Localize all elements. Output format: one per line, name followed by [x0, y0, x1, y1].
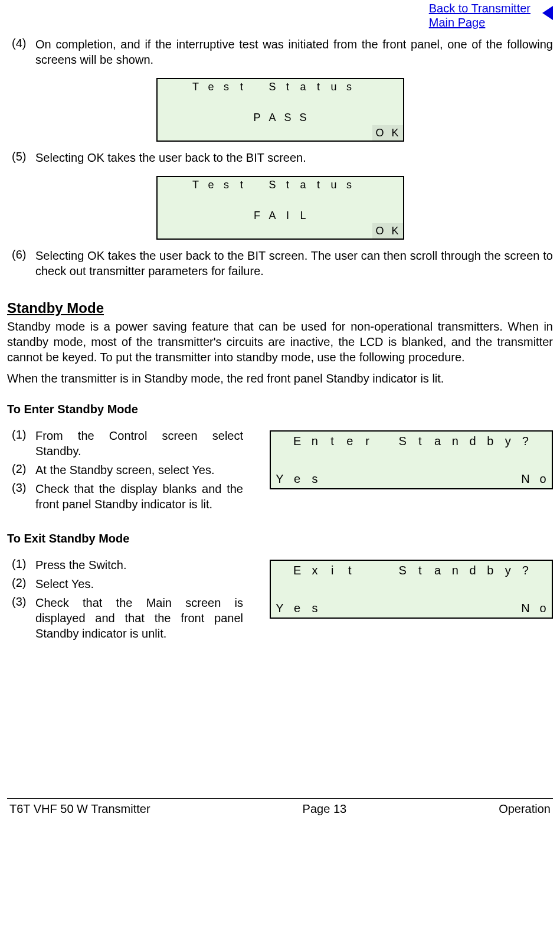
- standby-paragraph-1: Standby mode is a power saving feature t…: [7, 319, 553, 365]
- lcd-test-status-pass: TestStatusPASSOK: [156, 78, 404, 142]
- lcd-cell: [359, 450, 376, 469]
- lcd-cell: [158, 192, 173, 208]
- lcd-cell: [388, 94, 403, 110]
- lcd-cell: [173, 79, 188, 94]
- lcd-cell: [357, 223, 372, 238]
- lcd-cell: [359, 561, 376, 580]
- lcd-cell: [158, 125, 173, 141]
- lcd-cell: t: [323, 432, 341, 450]
- lcd-cell: [534, 432, 552, 450]
- lcd-cell: S: [265, 177, 280, 192]
- lcd-cell: [411, 580, 429, 599]
- lcd-cell: [219, 94, 234, 110]
- lcd-cell: [188, 110, 204, 125]
- lcd-cell: S: [265, 79, 280, 94]
- lcd-cell: x: [306, 561, 324, 580]
- lcd-cell: [376, 561, 394, 580]
- back-to-main-link[interactable]: Back to Transmitter Main Page: [429, 1, 530, 30]
- footer-right: Operation: [499, 802, 551, 816]
- enter-standby-heading: To Enter Standby Mode: [7, 403, 553, 416]
- lcd-cell: [359, 580, 376, 599]
- lcd-cell: [280, 94, 296, 110]
- lcd-cell: [464, 450, 482, 469]
- lcd-cell: [388, 208, 403, 223]
- lcd-cell: [464, 599, 482, 617]
- lcd-cell: [394, 580, 411, 599]
- lcd-cell: s: [306, 599, 324, 617]
- lcd-cell: O: [372, 223, 388, 238]
- lcd-cell: [357, 125, 372, 141]
- lcd-cell: [311, 110, 326, 125]
- lcd-row: [271, 580, 552, 599]
- lcd-cell: [357, 177, 372, 192]
- step-number: (6): [7, 248, 35, 279]
- lcd-cell: [158, 177, 173, 192]
- lcd-cell: [447, 450, 464, 469]
- lcd-cell: S: [280, 110, 296, 125]
- lcd-cell: [429, 599, 447, 617]
- lcd-cell: [357, 110, 372, 125]
- lcd-row: ExitStandby?: [271, 561, 552, 580]
- lcd-cell: ?: [517, 432, 535, 450]
- exit-standby-heading: To Exit Standby Mode: [7, 532, 553, 545]
- lcd-row: PASS: [158, 110, 403, 125]
- lcd-cell: [188, 208, 204, 223]
- lcd-cell: [265, 94, 280, 110]
- standby-mode-heading: Standby Mode: [7, 300, 553, 316]
- lcd-cell: [372, 94, 388, 110]
- lcd-cell: s: [219, 79, 234, 94]
- lcd-cell: [342, 208, 357, 223]
- lcd-cell: [447, 599, 464, 617]
- lcd-cell: [271, 580, 289, 599]
- lcd-cell: S: [296, 110, 311, 125]
- lcd-cell: [376, 469, 394, 488]
- lcd-row: FAIL: [158, 208, 403, 223]
- lcd-cell: [376, 580, 394, 599]
- lcd-cell: s: [342, 177, 357, 192]
- lcd-cell: [376, 599, 394, 617]
- lcd-cell: [341, 469, 359, 488]
- lcd-cell: [311, 192, 326, 208]
- lcd-cell: [464, 580, 482, 599]
- lcd-cell: y: [499, 432, 517, 450]
- lcd-cell: [219, 125, 234, 141]
- lcd-cell: [326, 110, 342, 125]
- step-text: At the Standby screen, select Yes.: [35, 462, 243, 478]
- lcd-cell: S: [394, 432, 411, 450]
- lcd-cell: [323, 469, 341, 488]
- lcd-cell: [429, 469, 447, 488]
- lcd-cell: K: [388, 223, 403, 238]
- standby-paragraph-2: When the transmitter is in Standby mode,…: [7, 371, 553, 386]
- lcd-cell: [499, 450, 517, 469]
- lcd-cell: [342, 94, 357, 110]
- lcd-cell: [429, 580, 447, 599]
- lcd-cell: [188, 94, 204, 110]
- lcd-cell: [219, 192, 234, 208]
- lcd-cell: [296, 94, 311, 110]
- lcd-cell: [271, 450, 289, 469]
- lcd-cell: d: [464, 561, 482, 580]
- lcd-cell: [204, 110, 219, 125]
- lcd-cell: [158, 79, 173, 94]
- step-number: (1): [7, 557, 35, 573]
- lcd-cell: i: [323, 561, 341, 580]
- back-link-line1: Back to Transmitter Main Page: [429, 2, 530, 29]
- lcd-cell: [250, 177, 265, 192]
- lcd-cell: [173, 110, 188, 125]
- lcd-cell: [517, 580, 535, 599]
- lcd-cell: [341, 580, 359, 599]
- lcd-cell: [306, 450, 324, 469]
- step-number: (4): [7, 37, 35, 67]
- lcd-cell: t: [411, 561, 429, 580]
- page-footer: T6T VHF 50 W Transmitter Page 13 Operati…: [7, 798, 553, 822]
- lcd-cell: [158, 208, 173, 223]
- lcd-cell: [296, 192, 311, 208]
- lcd-cell: [326, 223, 342, 238]
- back-arrow-icon[interactable]: [542, 6, 553, 20]
- lcd-cell: [250, 125, 265, 141]
- lcd-cell: [323, 599, 341, 617]
- lcd-cell: [265, 192, 280, 208]
- lcd-cell: E: [289, 561, 306, 580]
- lcd-cell: E: [289, 432, 306, 450]
- lcd-cell: [372, 192, 388, 208]
